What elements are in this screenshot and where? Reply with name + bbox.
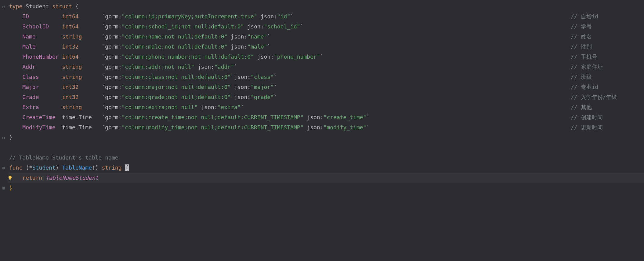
- package-ref: time: [62, 124, 75, 130]
- field-comment: // 其他: [571, 102, 644, 112]
- tag-close: `: [366, 124, 370, 130]
- field-name: Name: [22, 33, 62, 40]
- tag-close: `: [267, 43, 270, 50]
- doc-comment: // TableName Student's table name: [9, 154, 118, 161]
- struct-field-line[interactable]: SchoolID int64 `gorm:"column:school_id;n…: [8, 21, 644, 31]
- struct-field-line[interactable]: PhoneNumber int64 `gorm:"column:phone_nu…: [8, 52, 644, 62]
- tag-close: `: [300, 23, 304, 30]
- return-line[interactable]: return TableNameStudent: [8, 173, 644, 183]
- json-tag: "grade": [251, 94, 274, 100]
- dot: .: [75, 114, 79, 120]
- fold-close-icon[interactable]: ⊟: [2, 183, 5, 193]
- tag-open: `gorm:: [102, 13, 121, 20]
- dot: .: [75, 124, 79, 130]
- json-tag: "male": [247, 43, 267, 50]
- code-line[interactable]: // TableName Student's table name: [8, 153, 644, 163]
- open-brace-highlight: {: [125, 164, 129, 171]
- struct-field-line[interactable]: ModifyTime time.Time `gorm:"column:modif…: [8, 122, 644, 132]
- struct-field-line[interactable]: Grade int32 `gorm:"column:grade;not null…: [8, 92, 644, 102]
- tag-close: `: [274, 94, 277, 100]
- gorm-tag: "column:id;primaryKey;autoIncrement:true…: [121, 13, 257, 20]
- json-key: json:: [304, 124, 324, 130]
- tag-close: `: [290, 13, 294, 20]
- field-name: SchoolID: [22, 23, 62, 30]
- field-name: ID: [22, 13, 62, 20]
- gutter: ⊟ ⊟ ⊟ ⊟: [0, 0, 8, 261]
- field-name: Male: [22, 43, 62, 50]
- code-line[interactable]: func (*Student) TableName() string {: [8, 163, 644, 173]
- tag-close: `: [267, 33, 270, 40]
- json-tag: "modify_time": [324, 124, 367, 130]
- field-comment: // 姓名: [571, 31, 644, 42]
- field-name: Grade: [22, 94, 62, 100]
- field-comment: // 班级: [571, 72, 644, 82]
- gorm-tag: "column:phone_number;not null;default:0": [121, 53, 254, 60]
- json-key: json:: [198, 104, 218, 110]
- field-name: Class: [22, 74, 62, 80]
- json-tag: "school_id": [264, 23, 300, 30]
- json-tag: "id": [277, 13, 290, 20]
- field-name: ModifyTime: [22, 124, 62, 130]
- type-ref: string: [62, 64, 82, 70]
- json-key: json:: [257, 13, 277, 20]
- code-line[interactable]: }: [8, 132, 644, 142]
- tag-open: `gorm:: [102, 124, 121, 130]
- tag-open: `gorm:: [102, 43, 121, 50]
- parens: (): [92, 164, 102, 171]
- tag-open: `gorm:: [102, 23, 121, 30]
- return-type: string: [102, 164, 122, 171]
- fold-open-icon[interactable]: ⊟: [2, 2, 5, 12]
- json-key: json:: [254, 53, 274, 60]
- struct-field-line[interactable]: Male int32 `gorm:"column:male;not null;d…: [8, 42, 644, 52]
- code-editor[interactable]: ⊟ ⊟ ⊟ ⊟ type Student struct { ID int64 `…: [0, 0, 644, 261]
- gorm-tag: "column:name;not null;default:0": [122, 33, 228, 40]
- code-line[interactable]: [8, 142, 644, 153]
- json-tag: "extra": [218, 104, 241, 110]
- field-name: CreateTime: [22, 114, 62, 120]
- json-key: json:: [227, 43, 247, 50]
- type-ref: int32: [62, 94, 78, 100]
- tag-open: `gorm:: [102, 94, 121, 100]
- type-ref: Time: [79, 114, 92, 120]
- star: *: [29, 164, 32, 171]
- struct-field-line[interactable]: Addr string `gorm:"column:addr;not null"…: [8, 62, 644, 72]
- json-tag: "phone_number": [274, 53, 320, 60]
- field-comment: // 手机号: [571, 52, 644, 62]
- tag-close: `: [320, 53, 324, 60]
- fold-close-icon[interactable]: ⊟: [2, 133, 5, 143]
- field-comment: // 性别: [571, 42, 644, 52]
- tag-open: `gorm:: [102, 64, 121, 70]
- type-ref: string: [62, 74, 82, 80]
- gorm-tag: "column:addr;not null": [122, 64, 194, 70]
- svg-rect-0: [9, 180, 11, 180]
- json-tag: "name": [247, 33, 267, 40]
- fold-open-icon[interactable]: ⊟: [2, 163, 5, 173]
- json-key: json:: [231, 74, 251, 80]
- struct-field-line[interactable]: CreateTime time.Time `gorm:"column:creat…: [8, 112, 644, 122]
- intention-bulb-icon[interactable]: [7, 175, 13, 181]
- struct-field-line[interactable]: Class string `gorm:"column:class;not nul…: [8, 72, 644, 82]
- tag-close: `: [274, 84, 277, 90]
- open-brace: {: [75, 3, 79, 9]
- keyword-func: func: [9, 164, 22, 171]
- tag-close: `: [241, 104, 244, 110]
- type-ref: Time: [79, 124, 92, 130]
- code-area[interactable]: type Student struct { ID int64 `gorm:"co…: [8, 0, 644, 261]
- struct-field-line[interactable]: ID int64 `gorm:"column:id;primaryKey;aut…: [8, 11, 644, 21]
- struct-field-line[interactable]: Name string `gorm:"column:name;not null;…: [8, 31, 644, 42]
- field-comment: // 学号: [571, 21, 644, 31]
- gorm-tag: "column:school_id;not null;default:0": [121, 23, 244, 30]
- code-line[interactable]: type Student struct {: [8, 1, 644, 11]
- type-ref: string: [62, 104, 82, 110]
- code-line[interactable]: }: [8, 183, 644, 193]
- func-name: TableName: [62, 164, 92, 171]
- json-key: json:: [231, 84, 251, 90]
- field-comment: // 自增id: [571, 11, 644, 21]
- field-comment: // 更新时间: [571, 122, 644, 132]
- struct-field-line[interactable]: Major int32 `gorm:"column:major;not null…: [8, 82, 644, 92]
- type-ref: int64: [62, 23, 78, 30]
- field-name: PhoneNumber: [22, 53, 62, 60]
- struct-field-line[interactable]: Extra string `gorm:"column:extra;not nul…: [8, 102, 644, 112]
- close-brace: }: [9, 134, 13, 141]
- tag-close: `: [366, 114, 370, 120]
